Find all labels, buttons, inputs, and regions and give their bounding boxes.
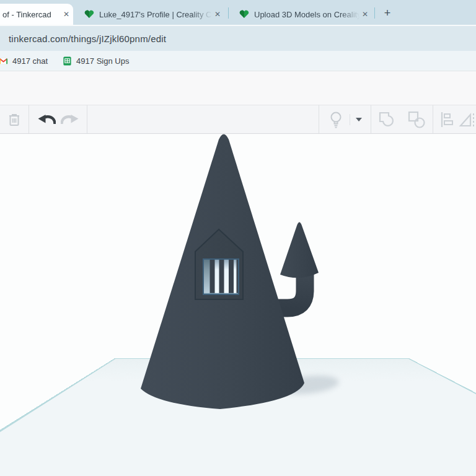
address-bar-row: tinkercad.com/things/jIZjkl60pnm/edit: [0, 25, 476, 51]
tab-separator: [374, 7, 375, 19]
group-icon: [377, 110, 397, 129]
gmail-chat-icon: [0, 56, 8, 66]
tinkercad-header: [0, 71, 476, 105]
window-left-shade: [203, 259, 210, 294]
ungroup-icon: [407, 110, 427, 129]
tab-title: Upload 3D Models on Creality: [254, 10, 359, 19]
redo-button[interactable]: [58, 105, 82, 133]
lighting-dropdown-button[interactable]: [352, 105, 366, 133]
tab-close-icon[interactable]: ✕: [212, 9, 223, 20]
bookmarks-bar: 4917 chat 4917 Sign Ups: [0, 51, 476, 71]
align-button[interactable]: [438, 105, 457, 133]
mirror-icon: [457, 111, 476, 128]
tab-close-icon[interactable]: ✕: [359, 9, 371, 20]
delete-button[interactable]: [2, 105, 26, 133]
toolbar-align-cell: [433, 105, 476, 133]
align-icon: [439, 111, 456, 128]
trash-icon: [6, 111, 22, 128]
lighting-button[interactable]: [324, 105, 348, 133]
redo-icon: [61, 112, 79, 128]
creality-heart-favicon: [84, 9, 94, 19]
window-bar: [219, 259, 224, 294]
undo-icon: [37, 112, 56, 128]
browser-window: of - Tinkercad ✕ Luke_4917's Profile | C…: [0, 0, 476, 476]
mirror-button[interactable]: [457, 105, 476, 133]
google-sheets-icon: [63, 56, 72, 66]
toolbar-delete-cell: [0, 105, 29, 133]
tab-title: of - Tinkercad: [2, 10, 61, 19]
tab-creality-profile[interactable]: Luke_4917's Profile | Creality C ✕: [77, 4, 224, 25]
bookmark-label: 4917 chat: [12, 56, 48, 66]
creality-heart-favicon: [239, 9, 249, 19]
tab-tinkercad[interactable]: of - Tinkercad ✕: [0, 4, 73, 25]
undo-button[interactable]: [35, 105, 58, 133]
bookmark-4917-signups[interactable]: 4917 Sign Ups: [61, 55, 134, 68]
url-input[interactable]: tinkercad.com/things/jIZjkl60pnm/edit: [9, 33, 166, 44]
tab-title: Luke_4917's Profile | Creality C: [99, 10, 212, 19]
window-bar: [229, 259, 234, 294]
toolbar-group-cell: [371, 105, 433, 133]
tab-strip: of - Tinkercad ✕ Luke_4917's Profile | C…: [0, 0, 476, 25]
window-bar: [210, 259, 215, 294]
ungroup-button[interactable]: [402, 105, 432, 133]
spike-cone: [280, 223, 319, 278]
new-tab-button[interactable]: +: [379, 6, 395, 22]
toolbar-history-cell: [29, 105, 87, 133]
group-button[interactable]: [372, 105, 402, 133]
tinkercad-toolbar: [0, 105, 476, 134]
lightbulb-icon: [328, 110, 344, 129]
bookmark-4917-chat[interactable]: 4917 chat: [0, 55, 53, 68]
bookmark-label: 4917 Sign Ups: [76, 56, 129, 66]
toolbar-spacer: [87, 105, 319, 133]
3d-viewport-canvas[interactable]: [0, 134, 476, 476]
tab-creality-upload[interactable]: Upload 3D Models on Creality ✕: [232, 4, 372, 25]
chevron-down-icon: [356, 118, 362, 121]
tab-separator: [228, 7, 229, 19]
tab-close-icon[interactable]: ✕: [61, 9, 72, 20]
model-scene: [0, 134, 476, 476]
toolbar-view-cell: [319, 105, 371, 133]
mini-divider: [350, 114, 350, 125]
